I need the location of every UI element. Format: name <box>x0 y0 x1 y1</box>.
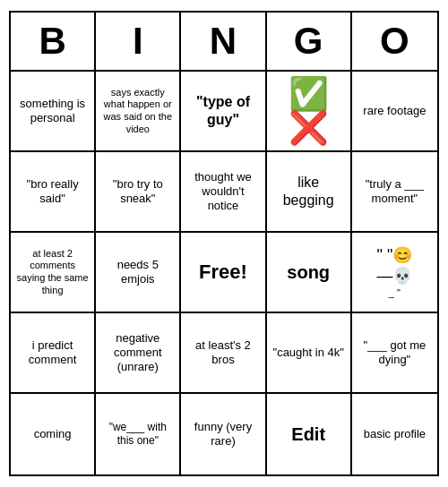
cell-23: Edit <box>267 394 352 474</box>
cell-11: needs 5 emjois <box>96 233 181 313</box>
letter-b: B <box>11 13 96 70</box>
cell-15: i predict comment <box>11 313 96 394</box>
cell-21: "we___ with this one" <box>96 394 181 474</box>
emoji-row-1: " "😊 <box>377 245 413 266</box>
cell-19: "___ got me dying" <box>352 313 437 394</box>
cell-3: ✅ ❌ <box>267 72 352 152</box>
cell-13: song <box>267 233 352 313</box>
cell-free: Free! <box>181 233 266 313</box>
cell-18: "caught in 4k" <box>267 313 352 394</box>
cell-2: "type of guy" <box>181 72 266 152</box>
cell-22: funny (very rare) <box>181 394 266 474</box>
cell-0: something is personal <box>11 72 96 152</box>
letter-o: O <box>352 13 437 70</box>
bingo-grid: something is personal says exactly what … <box>11 72 437 474</box>
cell-1: says exactly what happen or was said on … <box>96 72 181 152</box>
cell-6: "bro try to sneak" <box>96 152 181 233</box>
cell-10: at least 2 comments saying the same thin… <box>11 233 96 313</box>
bingo-card: B I N G O something is personal says exa… <box>9 11 439 476</box>
cell-20: coming <box>11 394 96 474</box>
cell-16: negative comment (unrare) <box>96 313 181 394</box>
cell-24: basic profile <box>352 394 437 474</box>
checkmark-icon: ✅ <box>289 78 329 110</box>
emoji-cell: " "😊 —💀 _ " <box>376 245 412 300</box>
emoji-row-2: —💀 <box>376 266 412 286</box>
xmark-icon: ❌ <box>289 112 329 144</box>
cell-8: like begging <box>267 152 352 233</box>
cell-4: rare footage <box>352 72 437 152</box>
cell-14: " "😊 —💀 _ " <box>352 233 437 313</box>
letter-g: G <box>267 13 352 70</box>
emoji-text: _ " <box>389 287 401 300</box>
cell-7: thought we wouldn't notice <box>181 152 266 233</box>
cell-9: "truly a ___ moment" <box>352 152 437 233</box>
bingo-header: B I N G O <box>11 13 437 72</box>
check-x-container: ✅ ❌ <box>289 78 329 144</box>
cell-17: at least's 2 bros <box>181 313 266 394</box>
letter-i: I <box>96 13 181 70</box>
letter-n: N <box>181 13 266 70</box>
cell-5: "bro really said" <box>11 152 96 233</box>
